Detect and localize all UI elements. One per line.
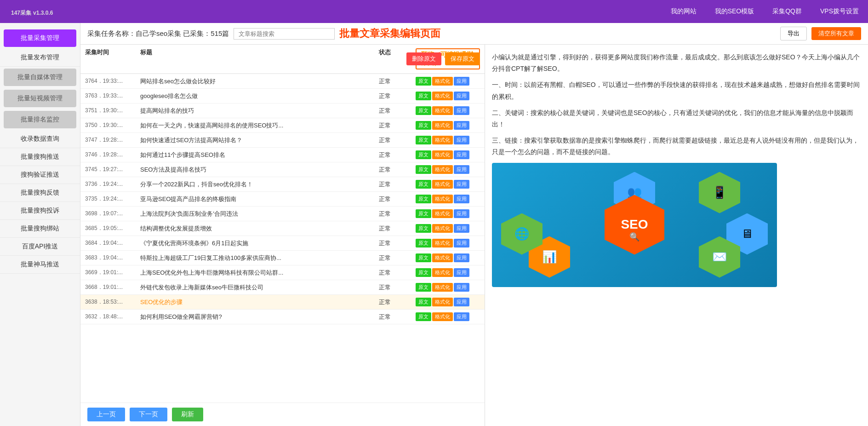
action-btn-format[interactable]: 格式化 <box>432 312 453 321</box>
action-btn-orig[interactable]: 原文 <box>416 253 431 262</box>
sidebar-item-sogou-push[interactable]: 批量搜狗推送 <box>0 148 80 166</box>
action-btn-format[interactable]: 格式化 <box>432 121 453 130</box>
row-title[interactable]: SEO方法及提高排名技巧 <box>140 166 379 174</box>
action-btn-apply[interactable]: 应用 <box>454 195 469 203</box>
action-btn-orig[interactable]: 原文 <box>416 298 431 306</box>
action-btn-format[interactable]: 格式化 <box>432 298 453 306</box>
row-title[interactable]: 如何利用SEO做全网霸屏营销? <box>140 313 379 321</box>
save-orig-button[interactable]: 保存原文 <box>445 52 480 65</box>
action-btn-apply[interactable]: 应用 <box>454 283 469 292</box>
row-title[interactable]: SEO优化的步骤 <box>140 298 379 306</box>
action-btn-orig[interactable]: 原文 <box>416 312 431 321</box>
hex-phone: 📱 <box>699 172 740 213</box>
action-btn-orig[interactable]: 原文 <box>416 209 431 218</box>
action-btn-orig[interactable]: 原文 <box>416 150 431 159</box>
table-row: 3763．19:33:... googleseo排名怎么做 正常 原文 格式化 … <box>80 89 485 104</box>
action-btn-orig[interactable]: 原文 <box>416 268 431 277</box>
table-row: 3684．19:04:... 《宁夏优化营商环境条例》6月1日起实施 正常 原文… <box>80 236 485 251</box>
sidebar-item-shenma-push[interactable]: 批量神马推送 <box>0 256 80 274</box>
export-button[interactable]: 导出 <box>780 27 807 40</box>
action-btn-format[interactable]: 格式化 <box>432 165 453 174</box>
action-btn-apply[interactable]: 应用 <box>454 106 469 115</box>
action-btn-orig[interactable]: 原文 <box>416 165 431 174</box>
row-title[interactable]: 亚马逊SEO提高产品排名的终极指南 <box>140 195 379 203</box>
action-btn-apply[interactable]: 应用 <box>454 92 469 100</box>
action-btn-apply[interactable]: 应用 <box>454 121 469 130</box>
action-btn-format[interactable]: 格式化 <box>432 136 453 144</box>
row-title[interactable]: 结构调整优化发展提质增效 <box>140 225 379 233</box>
row-title[interactable]: 特斯拉上海超级工厂19日复工推动100多家供应商协... <box>140 254 379 262</box>
row-title[interactable]: 《宁夏优化营商环境条例》6月1日起实施 <box>140 239 379 248</box>
action-btn-apply[interactable]: 应用 <box>454 312 469 321</box>
action-btn-apply[interactable]: 应用 <box>454 165 469 174</box>
sidebar-item-sogou-feedback[interactable]: 批量搜狗反馈 <box>0 184 80 202</box>
table-row: 3632．18:48:... 如何利用SEO做全网霸屏营销? 正常 原文 格式化… <box>80 310 485 324</box>
action-btn-orig[interactable]: 原文 <box>416 239 431 248</box>
delete-orig-button[interactable]: 删除原文 <box>406 52 441 65</box>
sidebar-item-batch-publish[interactable]: 批量发布管理 <box>0 49 80 67</box>
action-btn-apply[interactable]: 应用 <box>454 268 469 277</box>
action-btn-apply[interactable]: 应用 <box>454 253 469 262</box>
row-time: 3763．19:33:... <box>85 92 140 100</box>
action-btn-orig[interactable]: 原文 <box>416 136 431 144</box>
row-title[interactable]: googleseo排名怎么做 <box>140 92 379 100</box>
action-btn-format[interactable]: 格式化 <box>432 195 453 203</box>
sidebar-item-baidu-api[interactable]: 百度API推送 <box>0 238 80 256</box>
nav-my-site[interactable]: 我的网站 <box>671 7 697 16</box>
action-btn-apply[interactable]: 应用 <box>454 298 469 306</box>
action-btn-orig[interactable]: 原文 <box>416 180 431 189</box>
action-btn-orig[interactable]: 原文 <box>416 121 431 130</box>
refresh-button[interactable]: 刷新 <box>172 408 203 421</box>
row-title[interactable]: 如何快速通过SEO方法提高网站排名？ <box>140 136 379 144</box>
clear-all-button[interactable]: 清空所有文章 <box>811 27 861 40</box>
row-title[interactable]: 上海法院判决'负面压制业务'合同违法 <box>140 210 379 218</box>
sidebar-item-batch-video[interactable]: 批量短视频管理 <box>4 90 76 107</box>
row-title[interactable]: 上海SEO优化外包上海牛巨微网络科技有限公司站群... <box>140 269 379 277</box>
sidebar-item-batch-rank[interactable]: 批量排名监控 <box>4 111 76 128</box>
action-btn-apply[interactable]: 应用 <box>454 239 469 248</box>
action-btn-orig[interactable]: 原文 <box>416 283 431 292</box>
action-btn-format[interactable]: 格式化 <box>432 253 453 262</box>
search-input[interactable] <box>234 28 335 40</box>
action-btn-format[interactable]: 格式化 <box>432 209 453 218</box>
action-btn-apply[interactable]: 应用 <box>454 224 469 233</box>
nav-qq-group[interactable]: 采集QQ群 <box>772 7 802 16</box>
action-btn-orig[interactable]: 原文 <box>416 224 431 233</box>
action-btn-format[interactable]: 格式化 <box>432 239 453 248</box>
action-btn-format[interactable]: 格式化 <box>432 268 453 277</box>
row-title[interactable]: 分享一个2022新风口，抖音seo优化排名！ <box>140 180 379 189</box>
action-btn-orig[interactable]: 原文 <box>416 195 431 203</box>
action-btn-format[interactable]: 格式化 <box>432 77 453 86</box>
row-title[interactable]: 提高网站排名的技巧 <box>140 107 379 115</box>
action-btn-apply[interactable]: 应用 <box>454 136 469 144</box>
preview-paragraph: 小编认为就是通过引擎，得到好的，获得更多网站度我们称作流量，最后成成交。那么到底… <box>492 52 861 75</box>
row-title[interactable]: 如何在一天之内，快速提高网站排名的使用SEO技巧... <box>140 121 379 130</box>
action-btn-format[interactable]: 格式化 <box>432 283 453 292</box>
action-btn-format[interactable]: 格式化 <box>432 150 453 159</box>
action-btn-format[interactable]: 格式化 <box>432 224 453 233</box>
row-title[interactable]: 网站排名seo怎么做会比较好 <box>140 77 379 86</box>
action-btn-apply[interactable]: 应用 <box>454 209 469 218</box>
preview-paragraph: 三、链接：搜索引擎获取数据靠的是搜索引擎蜘蛛爬行，而爬行就需要超级链接，最近总是… <box>492 135 861 158</box>
nav-vps-setting[interactable]: VPS拨号设置 <box>820 7 859 16</box>
row-title[interactable]: 如何通过11个步骤提高SEO排名 <box>140 151 379 159</box>
sidebar-item-batch-collect[interactable]: 批量采集管理 <box>4 29 76 47</box>
row-title[interactable]: 外链代发包收录上海新媒体seo牛巨微科技公司 <box>140 283 379 292</box>
action-btn-apply[interactable]: 应用 <box>454 77 469 86</box>
prev-page-button[interactable]: 上一页 <box>87 408 125 421</box>
nav-my-seo[interactable]: 我的SEO模版 <box>715 7 754 16</box>
action-btn-format[interactable]: 格式化 <box>432 180 453 189</box>
action-btn-orig[interactable]: 原文 <box>416 92 431 100</box>
action-btn-apply[interactable]: 应用 <box>454 150 469 159</box>
sidebar-item-sogou-bind[interactable]: 批量搜狗绑站 <box>0 220 80 238</box>
action-btn-format[interactable]: 格式化 <box>432 106 453 115</box>
sidebar-item-sogou-verify[interactable]: 搜狗验证推送 <box>0 166 80 184</box>
action-btn-apply[interactable]: 应用 <box>454 180 469 189</box>
sidebar-item-sogou-complaint[interactable]: 批量搜狗投诉 <box>0 202 80 220</box>
action-btn-orig[interactable]: 原文 <box>416 77 431 86</box>
sidebar-item-batch-media[interactable]: 批量自媒体管理 <box>4 69 76 86</box>
sidebar-item-data-query[interactable]: 收录数据查询 <box>0 130 80 148</box>
next-page-button[interactable]: 下一页 <box>130 408 167 421</box>
action-btn-orig[interactable]: 原文 <box>416 106 431 115</box>
action-btn-format[interactable]: 格式化 <box>432 92 453 100</box>
